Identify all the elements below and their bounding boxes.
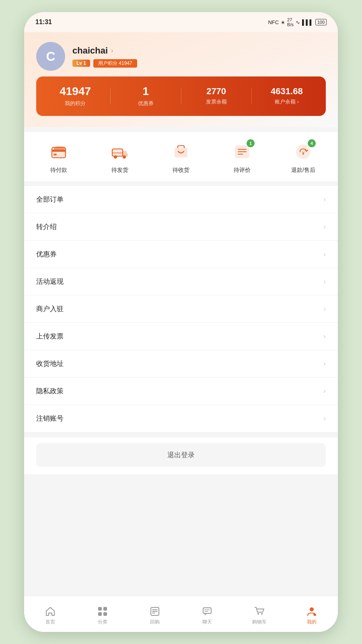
menu-coupons[interactable]: 优惠券 › (24, 241, 338, 268)
scroll-content: C chaichai › Lv 1 用户积分 41947 41947 我的积分 (24, 32, 338, 596)
battery-icon: 100 (315, 19, 327, 25)
stat-coupons[interactable]: 1 优惠券 (111, 85, 181, 107)
order-pending-review[interactable]: 1 待评价 (212, 141, 273, 174)
nav-home-label: 首页 (45, 619, 55, 625)
svg-text:¥: ¥ (302, 151, 304, 156)
refund-badge: 4 (308, 139, 316, 147)
logout-section: 退出登录 (24, 438, 338, 474)
menu-privacy[interactable]: 隐私政策 › (24, 378, 338, 405)
svg-rect-2 (52, 150, 66, 152)
stat-invoice[interactable]: 2770 发票余额 (181, 87, 251, 105)
menu-upload-invoice-chevron: › (323, 332, 326, 341)
refund-icon-wrapper: 4 ¥ (292, 141, 314, 163)
menu-upload-invoice[interactable]: 上传发票 › (24, 323, 338, 350)
svg-point-27 (257, 613, 259, 615)
pending-ship-icon-wrapper (109, 141, 131, 163)
repurchase-icon (149, 606, 160, 617)
nav-category[interactable]: 分类 (76, 603, 129, 625)
nav-chat-label: 聊天 (202, 619, 212, 625)
menu-all-orders-label: 全部订单 (36, 195, 64, 204)
home-icon (45, 606, 56, 617)
menu-merchant[interactable]: 商户入驻 › (24, 295, 338, 323)
menu-privacy-label: 隐私政策 (36, 386, 64, 396)
stat-balance-label: 账户余额 › (252, 98, 322, 105)
svg-point-7 (123, 155, 126, 159)
nav-category-label: 分类 (98, 619, 107, 625)
pending-review-icon-wrapper: 1 (231, 141, 253, 163)
menu-cancel-account-chevron: › (323, 414, 326, 423)
menu-cashback-chevron: › (323, 277, 326, 286)
svg-rect-19 (103, 612, 107, 616)
menu-cashback-label: 活动返现 (36, 277, 64, 286)
wifi-icon: ∿ (296, 19, 300, 25)
nav-mine[interactable]: 我的 (286, 603, 338, 625)
profile-info: chaichai › Lv 1 用户积分 41947 (72, 45, 137, 68)
menu-merchant-label: 商户入驻 (36, 304, 64, 314)
profile-section: C chaichai › Lv 1 用户积分 41947 41947 我的积分 (24, 32, 338, 127)
svg-point-29 (310, 607, 314, 611)
order-pending-ship[interactable]: 待发货 (89, 141, 150, 174)
pending-ship-icon (111, 142, 129, 161)
nav-repurchase-label: 回购 (150, 619, 160, 625)
orders-section: 待付款 待发货 (24, 132, 338, 181)
pending-receive-label: 待收货 (173, 167, 189, 174)
nav-cart[interactable]: 购物车 (233, 603, 286, 625)
bottom-nav: 首页 分类 回购 (24, 596, 338, 632)
svg-point-28 (261, 613, 263, 615)
stat-my-points[interactable]: 41947 我的积分 (40, 85, 110, 107)
menu-merchant-chevron: › (323, 305, 326, 313)
nav-chat[interactable]: 聊天 (181, 603, 233, 625)
menu-cancel-account-label: 注销账号 (36, 414, 64, 423)
nav-mine-label: 我的 (307, 619, 317, 625)
pending-review-badge: 1 (247, 139, 255, 147)
pending-receive-icon (172, 142, 190, 161)
status-time: 11:31 (35, 19, 52, 26)
stat-invoice-label: 发票余额 (181, 98, 251, 105)
order-refund[interactable]: 4 ¥ 退款/售后 (273, 141, 334, 174)
menu-coupons-chevron: › (323, 250, 326, 258)
menu-list: 全部订单 › 转介绍 › 优惠券 › 活动返现 › 商户入驻 › 上传发票 › (24, 186, 338, 432)
menu-referral-chevron: › (323, 223, 326, 231)
data-speed-icon: 27B/s (287, 17, 294, 27)
svg-rect-3 (53, 154, 57, 155)
menu-all-orders[interactable]: 全部订单 › (24, 186, 338, 213)
stat-points-value: 41947 (40, 85, 110, 98)
svg-rect-16 (98, 607, 102, 611)
nav-repurchase[interactable]: 回购 (129, 603, 181, 625)
stat-coupons-label: 优惠券 (111, 100, 181, 107)
menu-referral[interactable]: 转介绍 › (24, 213, 338, 241)
svg-rect-18 (98, 612, 102, 616)
nfc-icon: NFC (268, 19, 279, 25)
order-pending-payment[interactable]: 待付款 (28, 141, 89, 174)
svg-point-6 (114, 155, 117, 159)
chat-icon (202, 606, 213, 617)
logout-button[interactable]: 退出登录 (36, 443, 326, 467)
menu-referral-label: 转介绍 (36, 222, 57, 231)
username: chaichai (72, 45, 108, 56)
stat-invoice-value: 2770 (181, 87, 251, 96)
menu-cancel-account[interactable]: 注销账号 › (24, 405, 338, 432)
stats-banner: 41947 我的积分 1 优惠券 2770 发票余额 4631.68 账户余额 … (36, 76, 326, 116)
level-badge: Lv 1 (72, 60, 90, 67)
svg-rect-17 (103, 607, 107, 611)
category-icon (97, 606, 108, 617)
menu-address[interactable]: 收货地址 › (24, 350, 338, 378)
pending-payment-icon (49, 142, 68, 161)
cart-icon (254, 606, 265, 617)
menu-all-orders-chevron: › (323, 195, 326, 204)
badge-row: Lv 1 用户积分 41947 (72, 59, 137, 68)
menu-cashback[interactable]: 活动返现 › (24, 268, 338, 295)
nav-home[interactable]: 首页 (24, 603, 76, 625)
status-bar: 11:31 NFC ∗ 27B/s ∿ ▌▌▌ 100 (24, 12, 338, 32)
menu-upload-invoice-label: 上传发票 (36, 332, 64, 341)
avatar: C (36, 42, 65, 71)
order-pending-receive[interactable]: 待收货 (150, 141, 212, 174)
stat-balance[interactable]: 4631.68 账户余额 › (252, 87, 322, 105)
profile-row: C chaichai › Lv 1 用户积分 41947 (36, 42, 326, 71)
stat-points-label: 我的积分 (40, 100, 110, 107)
stat-coupons-value: 1 (111, 85, 181, 98)
pending-payment-icon-wrapper (48, 141, 70, 163)
svg-point-30 (313, 613, 316, 616)
svg-rect-4 (112, 149, 123, 156)
username-row[interactable]: chaichai › (72, 45, 137, 56)
